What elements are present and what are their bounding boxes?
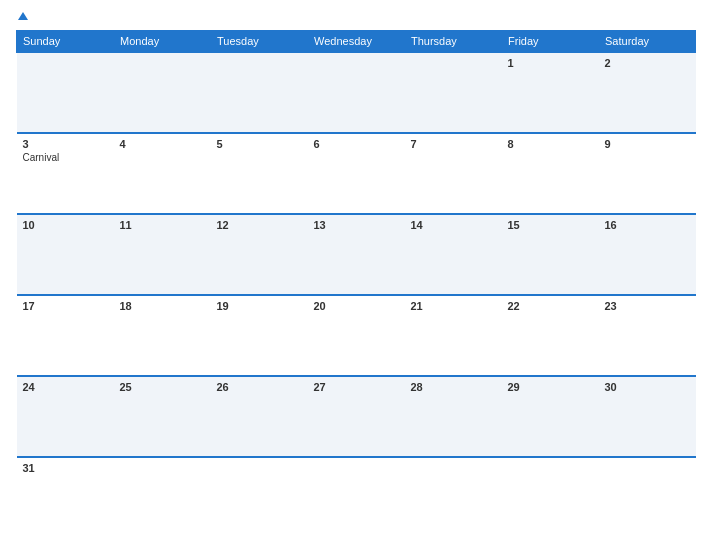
calendar-week-4: 24252627282930 — [17, 376, 696, 457]
day-number: 15 — [508, 219, 593, 231]
calendar-cell — [308, 52, 405, 133]
calendar-cell: 4 — [114, 133, 211, 214]
days-of-week-row: SundayMondayTuesdayWednesdayThursdayFrid… — [17, 31, 696, 53]
day-number: 30 — [605, 381, 690, 393]
calendar-cell — [405, 457, 502, 538]
calendar-cell: 11 — [114, 214, 211, 295]
day-number: 8 — [508, 138, 593, 150]
calendar-cell: 9 — [599, 133, 696, 214]
day-number: 4 — [120, 138, 205, 150]
calendar-page: SundayMondayTuesdayWednesdayThursdayFrid… — [0, 0, 712, 550]
calendar-cell: 2 — [599, 52, 696, 133]
calendar-cell: 7 — [405, 133, 502, 214]
calendar-cell: 1 — [502, 52, 599, 133]
calendar-week-1: 3Carnival456789 — [17, 133, 696, 214]
calendar-cell: 23 — [599, 295, 696, 376]
day-number: 10 — [23, 219, 108, 231]
calendar-cell — [114, 457, 211, 538]
calendar-week-2: 10111213141516 — [17, 214, 696, 295]
calendar-cell: 25 — [114, 376, 211, 457]
calendar-cell: 3Carnival — [17, 133, 114, 214]
calendar-cell: 14 — [405, 214, 502, 295]
calendar-table: SundayMondayTuesdayWednesdayThursdayFrid… — [16, 30, 696, 538]
day-number: 29 — [508, 381, 593, 393]
calendar-week-3: 17181920212223 — [17, 295, 696, 376]
day-number: 28 — [411, 381, 496, 393]
calendar-cell — [17, 52, 114, 133]
calendar-cell — [114, 52, 211, 133]
calendar-cell: 19 — [211, 295, 308, 376]
day-number: 23 — [605, 300, 690, 312]
calendar-cell: 8 — [502, 133, 599, 214]
logo — [16, 12, 28, 20]
calendar-cell: 30 — [599, 376, 696, 457]
day-number: 3 — [23, 138, 108, 150]
day-number: 16 — [605, 219, 690, 231]
calendar-cell — [405, 52, 502, 133]
day-number: 12 — [217, 219, 302, 231]
calendar-cell: 26 — [211, 376, 308, 457]
calendar-cell: 20 — [308, 295, 405, 376]
calendar-header: SundayMondayTuesdayWednesdayThursdayFrid… — [17, 31, 696, 53]
calendar-cell: 21 — [405, 295, 502, 376]
calendar-cell: 29 — [502, 376, 599, 457]
day-number: 2 — [605, 57, 690, 69]
calendar-cell: 10 — [17, 214, 114, 295]
day-number: 21 — [411, 300, 496, 312]
calendar-cell — [502, 457, 599, 538]
header — [16, 12, 696, 20]
calendar-week-0: 12 — [17, 52, 696, 133]
weekday-header-thursday: Thursday — [405, 31, 502, 53]
weekday-header-friday: Friday — [502, 31, 599, 53]
day-number: 22 — [508, 300, 593, 312]
calendar-cell: 28 — [405, 376, 502, 457]
calendar-cell: 18 — [114, 295, 211, 376]
calendar-cell: 16 — [599, 214, 696, 295]
day-number: 13 — [314, 219, 399, 231]
calendar-cell — [599, 457, 696, 538]
day-number: 17 — [23, 300, 108, 312]
calendar-cell: 31 — [17, 457, 114, 538]
calendar-cell: 6 — [308, 133, 405, 214]
calendar-cell — [308, 457, 405, 538]
logo-triangle-icon — [18, 12, 28, 20]
day-number: 25 — [120, 381, 205, 393]
calendar-cell: 12 — [211, 214, 308, 295]
event-label: Carnival — [23, 152, 108, 163]
calendar-cell: 5 — [211, 133, 308, 214]
weekday-header-monday: Monday — [114, 31, 211, 53]
calendar-week-5: 31 — [17, 457, 696, 538]
day-number: 19 — [217, 300, 302, 312]
day-number: 9 — [605, 138, 690, 150]
day-number: 11 — [120, 219, 205, 231]
day-number: 18 — [120, 300, 205, 312]
day-number: 20 — [314, 300, 399, 312]
calendar-cell: 17 — [17, 295, 114, 376]
weekday-header-sunday: Sunday — [17, 31, 114, 53]
day-number: 24 — [23, 381, 108, 393]
day-number: 1 — [508, 57, 593, 69]
day-number: 31 — [23, 462, 108, 474]
day-number: 7 — [411, 138, 496, 150]
day-number: 26 — [217, 381, 302, 393]
calendar-body: 123Carnival45678910111213141516171819202… — [17, 52, 696, 538]
weekday-header-saturday: Saturday — [599, 31, 696, 53]
weekday-header-wednesday: Wednesday — [308, 31, 405, 53]
day-number: 5 — [217, 138, 302, 150]
calendar-cell — [211, 52, 308, 133]
day-number: 27 — [314, 381, 399, 393]
calendar-cell: 22 — [502, 295, 599, 376]
calendar-cell: 15 — [502, 214, 599, 295]
weekday-header-tuesday: Tuesday — [211, 31, 308, 53]
calendar-cell: 13 — [308, 214, 405, 295]
calendar-cell — [211, 457, 308, 538]
calendar-cell: 27 — [308, 376, 405, 457]
day-number: 6 — [314, 138, 399, 150]
day-number: 14 — [411, 219, 496, 231]
calendar-cell: 24 — [17, 376, 114, 457]
